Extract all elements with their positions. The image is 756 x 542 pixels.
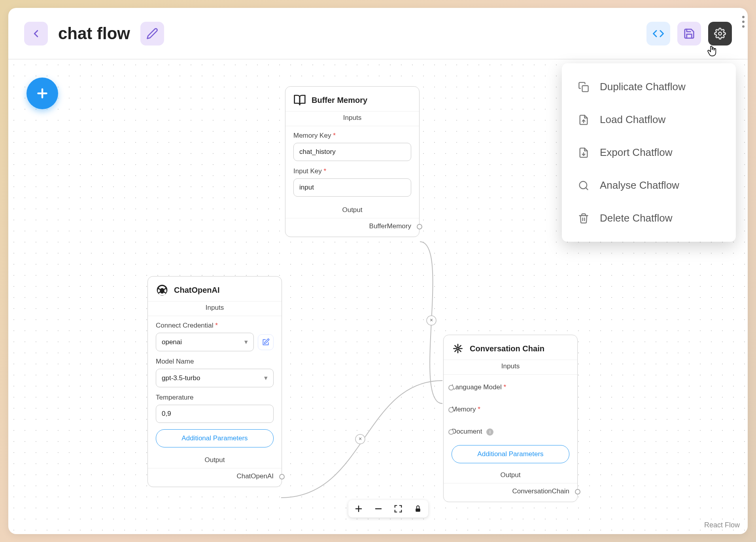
input-key-label: Input Key * xyxy=(293,167,411,175)
node-conversation-chain[interactable]: Conversation Chain Inputs Language Model… xyxy=(443,335,578,502)
download-icon xyxy=(578,147,590,159)
additional-params-button[interactable]: Additional Parameters xyxy=(452,445,569,463)
output-port[interactable] xyxy=(417,224,422,229)
credential-label: Connect Credential * xyxy=(156,322,274,330)
svg-point-7 xyxy=(457,347,459,349)
save-icon xyxy=(683,28,695,40)
svg-point-5 xyxy=(355,434,365,444)
lock-icon xyxy=(414,505,422,513)
page-title: chat flow xyxy=(58,24,130,43)
minus-icon xyxy=(374,504,383,514)
dropdown-label: Export Chatflow xyxy=(600,146,673,159)
openai-icon xyxy=(156,284,168,296)
plus-icon xyxy=(35,86,49,100)
fullscreen-icon xyxy=(394,504,403,513)
edit-title-button[interactable] xyxy=(140,22,164,45)
node-title: Buffer Memory xyxy=(312,96,367,105)
edit-credential-button[interactable] xyxy=(258,334,274,350)
svg-point-3 xyxy=(427,316,436,325)
model-label: Model Name xyxy=(156,358,274,366)
temperature-label: Temperature xyxy=(156,394,274,402)
output-header: Output xyxy=(285,204,419,218)
copy-icon xyxy=(578,81,590,93)
topbar: chat flow xyxy=(8,8,748,59)
input-port[interactable] xyxy=(448,385,454,390)
input-key-input[interactable] xyxy=(293,178,411,197)
trash-icon xyxy=(578,212,590,224)
output-name: BufferMemory xyxy=(369,222,411,230)
add-node-button[interactable] xyxy=(26,78,58,109)
temperature-input[interactable] xyxy=(156,405,274,423)
dropdown-label: Duplicate Chatflow xyxy=(600,81,686,93)
output-header: Output xyxy=(444,469,577,483)
output-name: ChatOpenAI xyxy=(236,472,274,480)
info-icon[interactable]: i xyxy=(486,428,493,436)
svg-text:×: × xyxy=(430,317,433,323)
memory-key-input[interactable] xyxy=(293,143,411,161)
fit-view-button[interactable] xyxy=(393,503,404,514)
attribution: React Flow xyxy=(704,521,740,529)
input-language-model: Language Model * xyxy=(452,376,569,398)
chain-icon xyxy=(452,342,464,355)
inputs-header: Inputs xyxy=(444,360,577,375)
book-icon xyxy=(293,94,306,106)
svg-line-16 xyxy=(586,188,588,190)
input-port[interactable] xyxy=(448,407,454,413)
chevron-down-icon: ▾ xyxy=(244,338,248,346)
svg-rect-11 xyxy=(416,508,420,512)
settings-dropdown: Duplicate Chatflow Load Chatflow Export … xyxy=(562,63,736,242)
output-port[interactable] xyxy=(279,474,285,479)
dropdown-export[interactable]: Export Chatflow xyxy=(562,136,736,169)
dropdown-analyse[interactable]: Analyse Chatflow xyxy=(562,169,736,202)
output-header: Output xyxy=(148,454,282,468)
input-document: Document i xyxy=(452,421,569,443)
node-title: ChatOpenAI xyxy=(174,286,220,295)
node-title: Conversation Chain xyxy=(470,344,544,353)
upload-icon xyxy=(578,114,590,126)
zoom-in-button[interactable] xyxy=(353,503,364,514)
node-buffer-memory[interactable]: Buffer Memory Inputs Memory Key * Input … xyxy=(285,86,420,237)
edit-icon xyxy=(262,338,270,346)
node-chat-openai[interactable]: ChatOpenAI Inputs Connect Credential * o… xyxy=(147,276,282,487)
zoom-out-button[interactable] xyxy=(373,503,384,514)
lock-toggle-button[interactable] xyxy=(412,503,423,514)
dropdown-label: Delete Chatflow xyxy=(600,212,673,224)
code-embed-button[interactable] xyxy=(646,22,670,45)
dropdown-label: Load Chatflow xyxy=(600,114,665,126)
settings-button[interactable] xyxy=(708,22,732,45)
window-drag-handle xyxy=(742,16,745,28)
plus-icon xyxy=(354,504,363,514)
chevron-left-icon xyxy=(30,28,42,40)
pencil-icon xyxy=(146,28,158,40)
dropdown-load[interactable]: Load Chatflow xyxy=(562,103,736,136)
dropdown-delete[interactable]: Delete Chatflow xyxy=(562,202,736,235)
code-icon xyxy=(652,28,664,40)
credential-select[interactable]: openai ▾ xyxy=(156,333,254,351)
canvas-controls xyxy=(348,500,428,517)
input-memory: Memory * xyxy=(452,398,569,421)
inputs-header: Inputs xyxy=(148,301,282,316)
gear-icon xyxy=(714,28,726,40)
svg-point-0 xyxy=(718,32,722,35)
model-select[interactable]: gpt-3.5-turbo ▾ xyxy=(156,369,274,387)
output-name: ConversationChain xyxy=(512,487,569,495)
back-button[interactable] xyxy=(24,22,48,45)
search-icon xyxy=(578,180,590,191)
dropdown-label: Analyse Chatflow xyxy=(600,179,679,191)
save-button[interactable] xyxy=(677,22,701,45)
input-port[interactable] xyxy=(448,429,454,435)
output-port[interactable] xyxy=(575,489,580,495)
memory-key-label: Memory Key * xyxy=(293,132,411,140)
dropdown-duplicate[interactable]: Duplicate Chatflow xyxy=(562,70,736,103)
svg-text:×: × xyxy=(359,436,362,442)
additional-params-button[interactable]: Additional Parameters xyxy=(156,429,274,447)
svg-rect-12 xyxy=(582,85,588,91)
inputs-header: Inputs xyxy=(285,111,419,126)
chevron-down-icon: ▾ xyxy=(264,374,268,382)
